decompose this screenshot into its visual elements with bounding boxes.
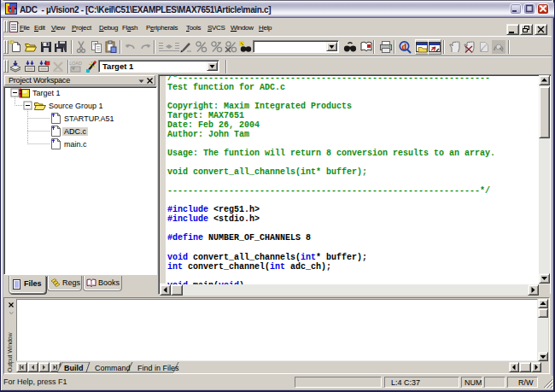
svg-text:Find in Files: Find in Files	[137, 364, 179, 372]
svg-text:LOAD: LOAD	[69, 61, 82, 66]
svg-text:Command: Command	[95, 364, 131, 372]
svg-text:d: d	[402, 42, 407, 51]
svg-text:Build: Build	[64, 364, 84, 372]
